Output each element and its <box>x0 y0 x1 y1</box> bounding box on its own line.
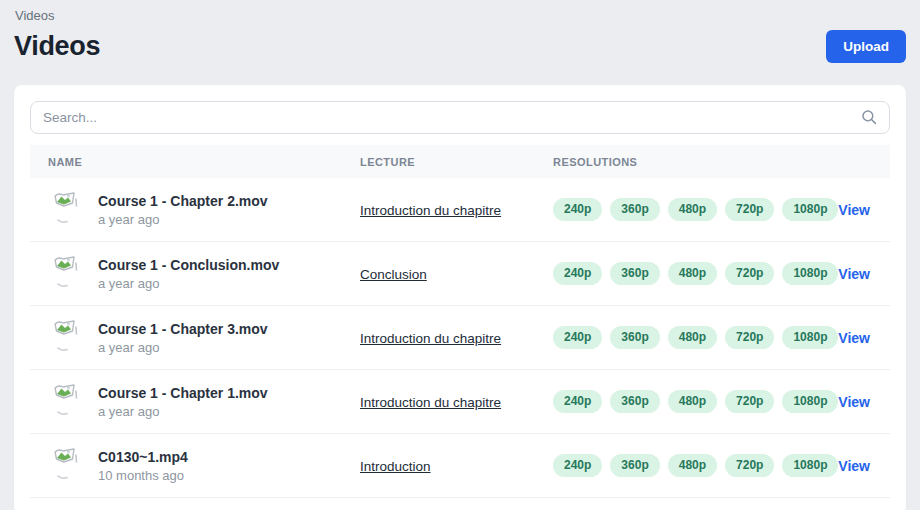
video-name: Course 1 - Chapter 2.mov <box>98 193 268 209</box>
resolution-badge: 360p <box>610 262 659 284</box>
view-cell: View <box>799 201 890 219</box>
video-name-stack: Course 1 - Chapter 2.mov a year ago <box>98 193 268 227</box>
video-name-cell: Course 1 - Conclusion.mov a year ago <box>30 254 360 294</box>
broken-image-icon <box>50 382 82 420</box>
video-name-stack: C0130~1.mp4 10 months ago <box>98 449 188 483</box>
view-cell: View <box>799 329 890 347</box>
lecture-cell: Conclusion <box>360 265 553 283</box>
resolution-badge: 240p <box>553 390 602 412</box>
lecture-cell: Introduction du chapitre <box>360 329 553 347</box>
lecture-link[interactable]: Introduction du chapitre <box>360 331 501 346</box>
video-age: a year ago <box>98 340 268 355</box>
upload-button[interactable]: Upload <box>826 30 906 63</box>
view-link[interactable]: View <box>838 458 870 474</box>
resolution-badge: 240p <box>553 198 602 220</box>
resolution-badge: 720p <box>725 326 774 348</box>
lecture-cell: Introduction du chapitre <box>360 393 553 411</box>
resolution-badge: 360p <box>610 390 659 412</box>
view-cell: View <box>799 393 890 411</box>
view-cell: View <box>799 265 890 283</box>
resolution-badge: 480p <box>668 198 717 220</box>
video-name: C0130~1.mp4 <box>98 449 188 465</box>
lecture-link[interactable]: Introduction du chapitre <box>360 395 501 410</box>
resolutions: 240p360p480p720p1080p <box>553 454 799 476</box>
table-row: Course 1 - Chapter 1.mov a year ago Intr… <box>30 370 890 434</box>
video-thumbnail <box>50 318 84 358</box>
video-age: a year ago <box>98 276 279 291</box>
resolution-badge: 240p <box>553 326 602 348</box>
lecture-link[interactable]: Introduction <box>360 459 431 474</box>
breadcrumb[interactable]: Videos <box>14 8 906 23</box>
search-bar <box>30 101 890 134</box>
resolution-badge: 720p <box>725 262 774 284</box>
view-link[interactable]: View <box>838 394 870 410</box>
page-title: Videos <box>14 31 100 62</box>
videos-card: Name Lecture Resolutions Course 1 - Chap… <box>14 85 906 510</box>
resolution-badge: 240p <box>553 262 602 284</box>
search-icon <box>860 108 878 126</box>
lecture-link[interactable]: Introduction du chapitre <box>360 203 501 218</box>
broken-image-icon <box>50 190 82 228</box>
resolutions: 240p360p480p720p1080p <box>553 262 799 284</box>
resolution-badge: 720p <box>725 454 774 476</box>
video-table-body: Course 1 - Chapter 2.mov a year ago Intr… <box>30 178 890 498</box>
resolution-badge: 360p <box>610 326 659 348</box>
video-name-stack: Course 1 - Chapter 1.mov a year ago <box>98 385 268 419</box>
resolutions: 240p360p480p720p1080p <box>553 326 799 348</box>
table-header-row: Name Lecture Resolutions <box>30 145 890 178</box>
view-link[interactable]: View <box>838 330 870 346</box>
resolution-badge: 240p <box>553 454 602 476</box>
video-name-cell: Course 1 - Chapter 2.mov a year ago <box>30 190 360 230</box>
video-name-cell: Course 1 - Chapter 3.mov a year ago <box>30 318 360 358</box>
resolution-badge: 480p <box>668 326 717 348</box>
table-row: C0130~1.mp4 10 months ago Introduction 2… <box>30 434 890 498</box>
videos-page: Videos Videos Upload Name Lecture Resolu… <box>0 0 920 510</box>
resolution-badge: 480p <box>668 390 717 412</box>
video-name: Course 1 - Chapter 1.mov <box>98 385 268 401</box>
resolution-badge: 480p <box>668 262 717 284</box>
resolutions: 240p360p480p720p1080p <box>553 198 799 220</box>
video-name-stack: Course 1 - Chapter 3.mov a year ago <box>98 321 268 355</box>
resolution-badge: 480p <box>668 454 717 476</box>
video-name-cell: Course 1 - Chapter 1.mov a year ago <box>30 382 360 422</box>
view-link[interactable]: View <box>838 202 870 218</box>
view-cell: View <box>799 457 890 475</box>
video-thumbnail <box>50 254 84 294</box>
table-row: Course 1 - Conclusion.mov a year ago Con… <box>30 242 890 306</box>
view-link[interactable]: View <box>838 266 870 282</box>
video-name-stack: Course 1 - Conclusion.mov a year ago <box>98 257 279 291</box>
column-header-lecture: Lecture <box>360 156 553 168</box>
video-age: a year ago <box>98 212 268 227</box>
resolutions: 240p360p480p720p1080p <box>553 390 799 412</box>
video-name: Course 1 - Chapter 3.mov <box>98 321 268 337</box>
column-header-name: Name <box>30 156 360 168</box>
table-row: Course 1 - Chapter 3.mov a year ago Intr… <box>30 306 890 370</box>
video-age: 10 months ago <box>98 468 188 483</box>
resolution-badge: 720p <box>725 390 774 412</box>
video-name-cell: C0130~1.mp4 10 months ago <box>30 446 360 486</box>
column-header-resolutions: Resolutions <box>553 156 799 168</box>
video-thumbnail <box>50 190 84 230</box>
videos-table: Name Lecture Resolutions Course 1 - Chap… <box>30 145 890 498</box>
video-name: Course 1 - Conclusion.mov <box>98 257 279 273</box>
broken-image-icon <box>50 446 82 484</box>
lecture-link[interactable]: Conclusion <box>360 267 427 282</box>
video-thumbnail <box>50 446 84 486</box>
resolution-badge: 360p <box>610 198 659 220</box>
lecture-cell: Introduction <box>360 457 553 475</box>
lecture-cell: Introduction du chapitre <box>360 201 553 219</box>
resolution-badge: 360p <box>610 454 659 476</box>
table-row: Course 1 - Chapter 2.mov a year ago Intr… <box>30 178 890 242</box>
broken-image-icon <box>50 254 82 292</box>
video-thumbnail <box>50 382 84 422</box>
broken-image-icon <box>50 318 82 356</box>
video-age: a year ago <box>98 404 268 419</box>
resolution-badge: 720p <box>725 198 774 220</box>
search-input[interactable] <box>30 101 890 134</box>
page-header: Videos Upload <box>14 30 906 63</box>
